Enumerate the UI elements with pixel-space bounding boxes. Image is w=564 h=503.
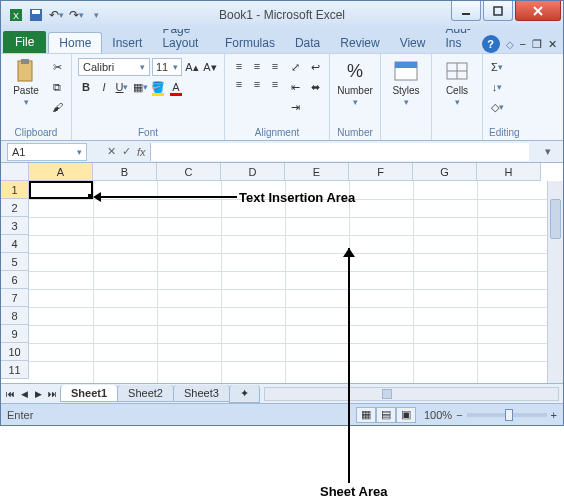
- titlebar: X ↶▾ ↷▾ ▾ Book1 - Microsoft Excel: [1, 1, 563, 29]
- normal-view-icon[interactable]: ▦: [356, 407, 376, 423]
- col-header-e[interactable]: E: [285, 163, 349, 181]
- tab-home[interactable]: Home: [48, 32, 102, 53]
- vertical-scrollbar[interactable]: [547, 181, 563, 383]
- sheet-nav-first-icon[interactable]: ⏮: [3, 386, 17, 402]
- row-header-2[interactable]: 2: [1, 199, 29, 217]
- cell-grid[interactable]: [29, 181, 563, 383]
- sheet-nav-prev-icon[interactable]: ◀: [17, 386, 31, 402]
- help-icon[interactable]: ?: [482, 35, 500, 53]
- italic-button[interactable]: I: [96, 78, 112, 96]
- fill-icon[interactable]: ↓▾: [489, 78, 505, 96]
- page-break-view-icon[interactable]: ▣: [396, 407, 416, 423]
- col-header-b[interactable]: B: [93, 163, 157, 181]
- zoom-in-button[interactable]: +: [551, 409, 557, 421]
- font-color-icon[interactable]: A: [168, 78, 184, 96]
- tab-insert[interactable]: Insert: [102, 33, 152, 53]
- grow-font-icon[interactable]: A▴: [184, 58, 200, 76]
- fill-color-icon[interactable]: 🪣: [150, 78, 166, 96]
- doc-restore-icon[interactable]: ❐: [532, 38, 542, 51]
- align-center-icon[interactable]: ≡: [249, 76, 265, 92]
- close-button[interactable]: [515, 1, 561, 21]
- orientation-icon[interactable]: ⤢: [287, 58, 303, 76]
- row-header-11[interactable]: 11: [1, 361, 29, 379]
- col-header-g[interactable]: G: [413, 163, 477, 181]
- ribbon: Paste ▾ ✂ ⧉ 🖌 Clipboard Calibri▾ 11▾ A▴: [1, 53, 563, 141]
- horizontal-scrollbar[interactable]: [264, 387, 559, 401]
- wrap-text-icon[interactable]: ↩: [307, 58, 323, 76]
- row-header-6[interactable]: 6: [1, 271, 29, 289]
- page-layout-view-icon[interactable]: ▤: [376, 407, 396, 423]
- zoom-slider[interactable]: [467, 413, 547, 417]
- row-header-7[interactable]: 7: [1, 289, 29, 307]
- col-header-h[interactable]: H: [477, 163, 541, 181]
- border-icon[interactable]: ▦▾: [132, 78, 148, 96]
- status-bar: Enter ▦ ▤ ▣ 100% − +: [1, 403, 563, 425]
- decrease-indent-icon[interactable]: ⇤: [287, 78, 303, 96]
- new-sheet-button[interactable]: ✦: [229, 385, 260, 403]
- increase-indent-icon[interactable]: ⇥: [287, 98, 303, 116]
- save-icon[interactable]: [27, 6, 45, 24]
- sheet-nav-last-icon[interactable]: ⏭: [45, 386, 59, 402]
- bold-button[interactable]: B: [78, 78, 94, 96]
- sheet-tab-2[interactable]: Sheet2: [117, 385, 174, 402]
- tab-data[interactable]: Data: [285, 33, 330, 53]
- autosum-icon[interactable]: Σ▾: [489, 58, 505, 76]
- ribbon-options-icon[interactable]: ◇: [506, 39, 514, 50]
- maximize-button[interactable]: [483, 1, 513, 21]
- align-middle-icon[interactable]: ≡: [249, 58, 265, 74]
- undo-icon[interactable]: ↶▾: [47, 6, 65, 24]
- minimize-button[interactable]: [451, 1, 481, 21]
- font-name-select[interactable]: Calibri▾: [78, 58, 150, 76]
- doc-close-icon[interactable]: ✕: [548, 38, 557, 51]
- fx-icon[interactable]: fx: [137, 146, 146, 158]
- align-left-icon[interactable]: ≡: [231, 76, 247, 92]
- sheet-nav-next-icon[interactable]: ▶: [31, 386, 45, 402]
- cut-icon[interactable]: ✂: [49, 58, 65, 76]
- col-header-f[interactable]: F: [349, 163, 413, 181]
- paste-button[interactable]: Paste ▾: [7, 58, 45, 107]
- tab-view[interactable]: View: [390, 33, 436, 53]
- expand-formula-bar-icon[interactable]: ▾: [545, 145, 559, 159]
- copy-icon[interactable]: ⧉: [49, 78, 65, 96]
- col-header-d[interactable]: D: [221, 163, 285, 181]
- row-header-10[interactable]: 10: [1, 343, 29, 361]
- redo-icon[interactable]: ↷▾: [67, 6, 85, 24]
- zoom-level[interactable]: 100%: [424, 409, 452, 421]
- sheet-tab-3[interactable]: Sheet3: [173, 385, 230, 402]
- annotation-arrow-2: [348, 248, 350, 483]
- col-header-a[interactable]: A: [29, 163, 93, 181]
- font-size-select[interactable]: 11▾: [152, 58, 182, 76]
- doc-minimize-icon[interactable]: −: [520, 38, 526, 50]
- align-top-icon[interactable]: ≡: [231, 58, 247, 74]
- enter-formula-icon[interactable]: ✓: [122, 145, 131, 158]
- merge-center-icon[interactable]: ⬌: [307, 78, 323, 96]
- tab-formulas[interactable]: Formulas: [215, 33, 285, 53]
- row-header-1[interactable]: 1: [1, 181, 29, 199]
- format-painter-icon[interactable]: 🖌: [49, 98, 65, 116]
- qat-customize-icon[interactable]: ▾: [87, 6, 105, 24]
- row-header-4[interactable]: 4: [1, 235, 29, 253]
- tab-file[interactable]: File: [3, 31, 46, 53]
- number-format-button[interactable]: % Number ▾: [336, 58, 374, 107]
- sheet-tab-1[interactable]: Sheet1: [60, 385, 118, 402]
- name-box[interactable]: A1▾: [7, 143, 87, 161]
- status-mode: Enter: [7, 409, 348, 421]
- tab-review[interactable]: Review: [330, 33, 389, 53]
- formula-bar[interactable]: [150, 143, 529, 161]
- shrink-font-icon[interactable]: A▾: [202, 58, 218, 76]
- cancel-formula-icon[interactable]: ✕: [107, 145, 116, 158]
- underline-button[interactable]: U▾: [114, 78, 130, 96]
- select-all-corner[interactable]: [1, 163, 29, 181]
- row-header-5[interactable]: 5: [1, 253, 29, 271]
- selected-cell[interactable]: [29, 181, 93, 199]
- styles-button[interactable]: Styles ▾: [387, 58, 425, 107]
- row-header-9[interactable]: 9: [1, 325, 29, 343]
- align-bottom-icon[interactable]: ≡: [267, 58, 283, 74]
- clear-icon[interactable]: ◇▾: [489, 98, 505, 116]
- row-header-3[interactable]: 3: [1, 217, 29, 235]
- zoom-out-button[interactable]: −: [456, 409, 462, 421]
- col-header-c[interactable]: C: [157, 163, 221, 181]
- align-right-icon[interactable]: ≡: [267, 76, 283, 92]
- row-header-8[interactable]: 8: [1, 307, 29, 325]
- cells-button[interactable]: Cells ▾: [438, 58, 476, 107]
